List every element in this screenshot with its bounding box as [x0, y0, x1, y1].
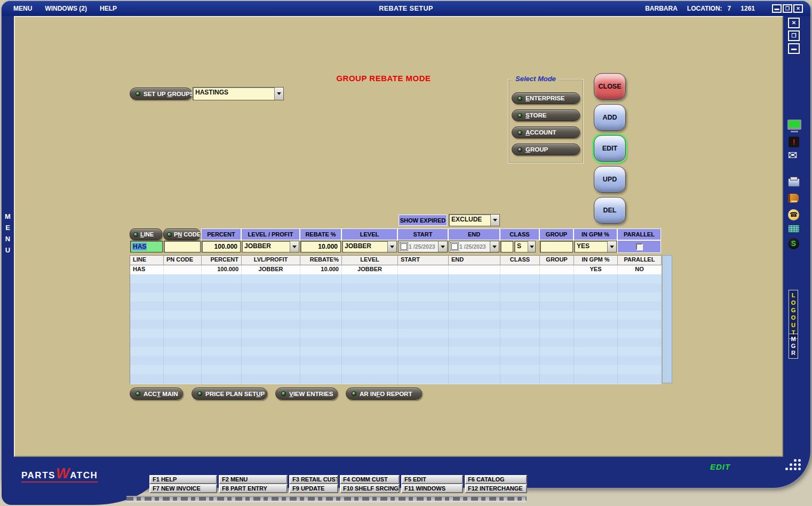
alert-icon[interactable]: !	[789, 137, 799, 147]
pn-code-header-button[interactable]: PN CODE	[163, 228, 200, 240]
set-up-groups-button[interactable]: SET UP GROUPS	[130, 88, 192, 100]
mode-button-enterprise[interactable]: ENTERPRISE	[512, 92, 580, 104]
acct-main-button[interactable]: ACCT MAIN	[130, 388, 183, 400]
percent-input[interactable]: 100.000	[202, 241, 241, 252]
chevron-down-icon[interactable]	[490, 241, 499, 252]
resize-grip[interactable]	[775, 458, 802, 476]
close-button[interactable]: CLOSE	[594, 73, 626, 100]
led-icon	[136, 91, 140, 96]
led-icon	[136, 391, 140, 396]
ticker-strip	[126, 496, 527, 502]
date-checkbox[interactable]	[451, 243, 458, 250]
menubar-item-windows[interactable]: WINDOWS (2)	[45, 5, 87, 12]
minimize-icon[interactable]: ▬	[772, 4, 782, 13]
col-header-parallel: PARALLEL	[617, 228, 661, 240]
led-icon	[518, 130, 522, 135]
s-app-icon[interactable]: S	[788, 238, 799, 249]
chevron-down-icon[interactable]	[290, 241, 299, 252]
empty-grid-row	[130, 311, 662, 320]
user-name: BARBARA	[645, 5, 678, 12]
mail-icon[interactable]: ✉	[788, 150, 798, 161]
in-gpm-combo[interactable]: YES	[574, 241, 617, 252]
close-icon[interactable]: ✕	[793, 4, 803, 13]
minimize-icon[interactable]: ▬	[788, 43, 800, 54]
ar-info-report-button[interactable]: AR INFO REPORT	[346, 388, 422, 400]
end-date-picker[interactable]: 1 /25/2023	[449, 241, 499, 252]
col-header-start: START	[397, 228, 448, 240]
mode-button-group[interactable]: GROUP	[512, 144, 580, 155]
book-icon[interactable]	[788, 194, 799, 203]
del-button[interactable]: DEL	[594, 197, 626, 224]
col-header-level-profit: LEVEL / PROFIT	[241, 228, 300, 240]
view-entries-button[interactable]: VIEW ENTRIES	[275, 388, 338, 400]
chevron-down-icon[interactable]	[607, 241, 616, 252]
chevron-down-icon[interactable]	[438, 241, 447, 252]
mode-button-store[interactable]: STORE	[512, 109, 580, 121]
add-button[interactable]: ADD	[594, 104, 626, 131]
menubar-item-menu[interactable]: MENU	[13, 5, 32, 12]
level-profit-combo[interactable]: JOBBER	[242, 241, 299, 252]
upd-button[interactable]: UPD	[594, 166, 626, 193]
col-header-end: END	[448, 228, 500, 240]
f7-new-invoice-key[interactable]: F7 NEW INVOICE	[149, 484, 217, 493]
class-input[interactable]	[500, 241, 513, 252]
show-expired-combo[interactable]: EXCLUDE	[449, 214, 500, 226]
rebate-input[interactable]: 10.000	[300, 241, 341, 252]
chevron-down-icon[interactable]	[387, 241, 396, 252]
empty-grid-row	[130, 338, 662, 347]
monitor-icon[interactable]	[787, 120, 801, 130]
level-combo[interactable]: JOBBER	[342, 241, 397, 252]
logout-button[interactable]: LOGOUT	[789, 290, 798, 339]
mode-button-account[interactable]: ACCOUNT	[512, 127, 580, 138]
f1-help-key[interactable]: F1 HELP	[149, 475, 217, 484]
group-select-combo[interactable]: HASTINGS	[193, 87, 284, 100]
f3-retail-cust-key[interactable]: F3 RETAIL CUST	[289, 475, 338, 484]
show-expired-label: SHOW EXPIRED	[399, 215, 447, 226]
group-select-value: HASTINGS	[193, 88, 274, 100]
empty-grid-row	[130, 292, 662, 302]
f9-update-key[interactable]: F9 UPDATE	[289, 484, 338, 493]
select-mode-group: Select Mode ENTERPRISE STORE ACCOUNT GRO…	[508, 79, 584, 163]
phone-icon[interactable]: ☎	[788, 209, 799, 220]
f5-edit-key[interactable]: F5 EDIT	[401, 475, 463, 484]
printer-icon[interactable]	[788, 178, 800, 187]
chevron-down-icon[interactable]	[528, 241, 535, 252]
f10-shelf-srcing-key[interactable]: F10 SHELF SRCING	[340, 484, 400, 493]
mgr-button[interactable]: MGR	[789, 334, 798, 359]
led-icon	[281, 391, 286, 396]
line-header-button[interactable]: LINE	[130, 228, 162, 240]
pn-code-input[interactable]	[164, 241, 201, 252]
grid-scrollbar[interactable]	[662, 255, 672, 383]
date-checkbox[interactable]	[401, 243, 407, 250]
col-header-in-gpm: IN GPM %	[574, 228, 617, 240]
price-plan-setup-button[interactable]: PRICE PLAN SETUP	[192, 388, 267, 400]
grid-header-row: LINE PN CODE PERCENT LVL/PROFIT REBATE% …	[130, 255, 662, 265]
f11-windows-key[interactable]: F11 WINDOWS	[401, 484, 463, 493]
restore-icon[interactable]: ❐	[783, 4, 792, 13]
close-icon[interactable]: ✕	[788, 18, 800, 28]
f6-catalog-key[interactable]: F6 CATALOG	[465, 475, 527, 484]
restore-icon[interactable]: ❐	[788, 30, 800, 41]
parallel-checkbox[interactable]	[636, 243, 643, 250]
start-date-picker[interactable]: 1 /25/2023	[398, 241, 448, 252]
line-input[interactable]: HAS	[130, 241, 163, 252]
f12-interchange-key[interactable]: F12 INTERCHANGE	[465, 484, 527, 493]
show-expired-value: EXCLUDE	[449, 215, 490, 226]
f2-menu-key[interactable]: F2 MENU	[219, 475, 288, 484]
chevron-down-icon[interactable]	[490, 215, 499, 226]
titlebar: MENU WINDOWS (2) HELP REBATE SETUP BARBA…	[2, 1, 810, 16]
group-input[interactable]	[540, 241, 573, 252]
menubar: MENU WINDOWS (2) HELP	[13, 5, 117, 12]
parallel-cell	[617, 240, 661, 253]
chevron-down-icon[interactable]	[274, 88, 283, 100]
calculator-icon[interactable]	[788, 225, 800, 233]
led-icon	[518, 96, 522, 101]
side-menu-handle[interactable]: MENU	[4, 212, 13, 257]
f8-part-entry-key[interactable]: F8 PART ENTRY	[219, 484, 288, 493]
f4-comm-cust-key[interactable]: F4 COMM CUST	[340, 475, 400, 484]
menubar-item-help[interactable]: HELP	[100, 5, 117, 12]
empty-grid-row	[130, 365, 662, 374]
table-row[interactable]: HAS 100.000 JOBBER 10.000 JOBBER YES NO	[130, 265, 662, 274]
edit-button[interactable]: EDIT	[594, 135, 626, 162]
class-combo[interactable]: S	[514, 241, 536, 252]
